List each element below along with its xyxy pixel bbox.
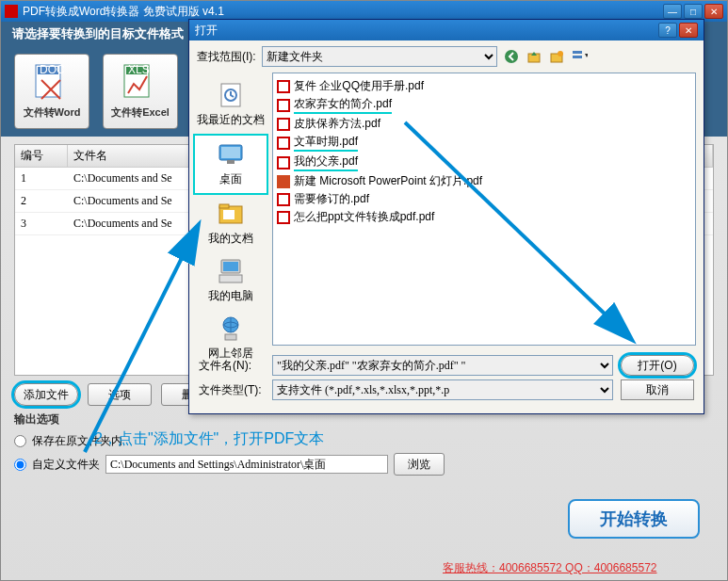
file-item[interactable]: 复件 企业QQ使用手册.pdf — [277, 77, 691, 95]
dialog-help-button[interactable]: ? — [658, 23, 677, 38]
convert-excel-label: 文件转Excel — [111, 105, 170, 120]
file-name: 我的父亲.pdf — [294, 153, 358, 171]
places-bar: 我最近的文档 桌面 我的文档 我的电脑 网上邻居 — [189, 73, 272, 346]
dialog-body: 我最近的文档 桌面 我的文档 我的电脑 网上邻居 复件 企业QQ使用手册.pdf… — [189, 73, 704, 346]
filename-input[interactable]: "我的父亲.pdf" "农家弃女的简介.pdf" " — [272, 355, 613, 376]
file-name: 皮肤保养方法.pdf — [294, 116, 380, 132]
computer-icon — [216, 256, 246, 286]
minimize-button[interactable]: — — [663, 4, 682, 19]
annotation-text: 2，点击"添加文件"，打开PDF文本 — [94, 429, 324, 449]
excel-doc-icon: XLS — [121, 63, 160, 103]
file-name: 文革时期.pdf — [294, 134, 358, 152]
filename-label: 文件名(N): — [199, 358, 265, 374]
svg-point-6 — [505, 50, 518, 63]
app-icon — [5, 5, 18, 18]
cell-id: 3 — [15, 213, 68, 234]
word-doc-icon: DOC — [32, 63, 72, 103]
filetype-select[interactable]: 支持文件 (*.pdf,*.xls,*.xlsx,*.ppt,*.p — [272, 379, 613, 400]
radio-custom-input[interactable] — [14, 459, 26, 471]
file-item[interactable]: 我的父亲.pdf — [277, 153, 691, 172]
maximize-button[interactable]: □ — [684, 4, 703, 19]
start-convert-button[interactable]: 开始转换 — [568, 499, 700, 539]
file-item[interactable]: 皮肤保养方法.pdf — [277, 115, 691, 133]
dialog-close-button[interactable]: ✕ — [679, 23, 698, 38]
hotline-text: 客服热线：4006685572 QQ：4006685572 — [443, 560, 656, 576]
file-item[interactable]: 新建 Microsoft PowerPoint 幻灯片.pdf — [277, 172, 691, 190]
add-file-button[interactable]: 添加文件 — [14, 383, 78, 406]
pdf-file-icon — [277, 80, 290, 93]
lookin-select[interactable]: 新建文件夹 — [262, 46, 497, 67]
new-folder-icon[interactable] — [548, 48, 565, 65]
svg-rect-15 — [221, 147, 240, 158]
svg-rect-16 — [227, 160, 235, 164]
pdf-file-icon — [277, 156, 290, 169]
svg-rect-18 — [219, 204, 229, 208]
desktop-icon — [216, 139, 246, 169]
place-desktop-label: 桌面 — [219, 171, 242, 187]
close-button[interactable]: ✕ — [704, 4, 723, 19]
place-mycomputer[interactable]: 我的电脑 — [189, 252, 272, 310]
pdf-file-icon — [277, 99, 290, 112]
pdf-file-icon — [277, 211, 290, 224]
ppt-file-icon — [277, 175, 290, 188]
dialog-toolbar: 查找范围(I): 新建文件夹 — [189, 40, 704, 73]
place-recent[interactable]: 我最近的文档 — [189, 76, 272, 134]
options-button[interactable]: 选项 — [88, 383, 152, 406]
svg-rect-24 — [225, 334, 236, 340]
open-button[interactable]: 打开(O) — [621, 355, 694, 376]
file-name: 怎么把ppt文件转换成pdf.pdf — [294, 209, 434, 225]
file-name: 新建 Microsoft PowerPoint 幻灯片.pdf — [294, 173, 482, 189]
place-desktop[interactable]: 桌面 — [193, 134, 268, 195]
filetype-label: 文件类型(T): — [199, 382, 265, 398]
svg-point-9 — [558, 51, 563, 56]
file-item[interactable]: 怎么把ppt文件转换成pdf.pdf — [277, 208, 691, 226]
svg-rect-11 — [573, 56, 582, 58]
lookin-label: 查找范围(I): — [197, 49, 256, 65]
file-item[interactable]: 文革时期.pdf — [277, 133, 691, 153]
svg-rect-22 — [219, 275, 242, 282]
file-name: 农家弃女的简介.pdf — [294, 96, 392, 114]
custom-path-input[interactable] — [105, 455, 388, 474]
radio-custom-label: 自定义文件夹 — [32, 457, 100, 473]
file-item[interactable]: 需要修订的.pdf — [277, 190, 691, 208]
svg-rect-21 — [223, 262, 238, 271]
dialog-title: 打开 — [195, 23, 656, 39]
pdf-file-icon — [277, 137, 290, 150]
dialog-titlebar: 打开 ? ✕ — [189, 20, 704, 40]
col-id-header: 编号 — [15, 145, 68, 167]
cell-id: 1 — [15, 168, 68, 189]
convert-excel-button[interactable]: XLS 文件转Excel — [103, 54, 178, 129]
recent-icon — [216, 80, 246, 110]
mydocs-icon — [216, 199, 246, 229]
network-icon — [216, 314, 246, 344]
back-icon[interactable] — [503, 48, 520, 65]
view-menu-icon[interactable] — [571, 48, 588, 65]
up-folder-icon[interactable] — [526, 48, 542, 65]
radio-same-input[interactable] — [14, 435, 26, 447]
convert-word-label: 文件转Word — [24, 105, 81, 120]
convert-word-button[interactable]: DOC 文件转Word — [14, 54, 89, 129]
radio-custom-folder[interactable]: 自定义文件夹 浏览 — [14, 453, 714, 476]
svg-rect-19 — [223, 210, 235, 219]
pdf-file-icon — [277, 193, 290, 206]
place-recent-label: 我最近的文档 — [197, 112, 265, 128]
cell-id: 2 — [15, 190, 68, 212]
browse-button[interactable]: 浏览 — [394, 453, 445, 476]
place-mydocs-label: 我的文档 — [208, 231, 253, 247]
file-name: 需要修订的.pdf — [294, 191, 369, 207]
pdf-file-icon — [277, 118, 290, 131]
svg-rect-10 — [573, 51, 582, 54]
svg-text:DOC: DOC — [40, 63, 65, 76]
place-mydocs[interactable]: 我的文档 — [189, 195, 272, 252]
svg-text:XLS: XLS — [128, 63, 150, 76]
app-title: PDF转换成Word转换器 免费试用版 v4.1 — [23, 4, 661, 20]
cancel-button[interactable]: 取消 — [621, 379, 694, 400]
file-item[interactable]: 农家弃女的简介.pdf — [277, 95, 691, 115]
file-name: 复件 企业QQ使用手册.pdf — [294, 78, 424, 94]
place-mycomputer-label: 我的电脑 — [208, 288, 253, 304]
file-open-dialog: 打开 ? ✕ 查找范围(I): 新建文件夹 我最近的文档 桌面 我的文档 — [188, 19, 704, 414]
file-list[interactable]: 复件 企业QQ使用手册.pdf农家弃女的简介.pdf皮肤保养方法.pdf文革时期… — [272, 73, 696, 346]
